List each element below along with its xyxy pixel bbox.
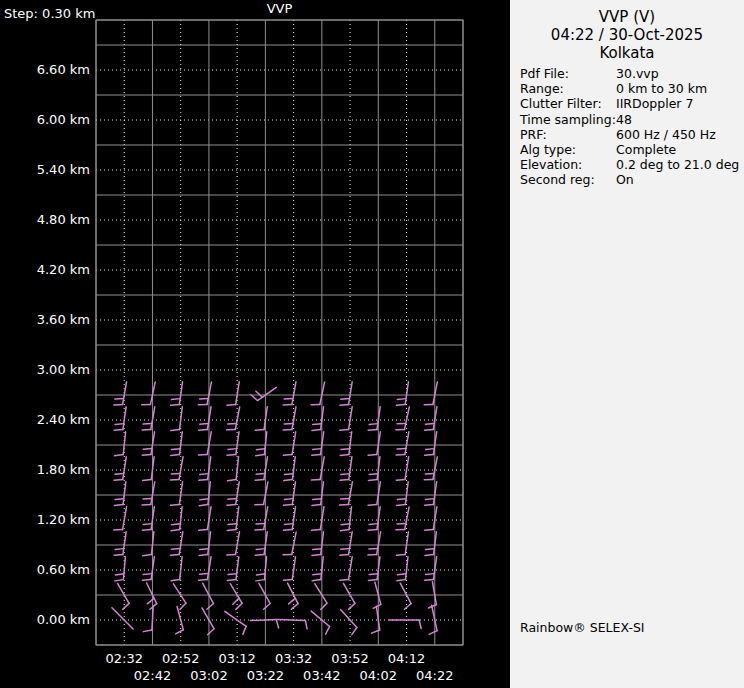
height-axis-label: 2.40 km <box>0 412 90 428</box>
time-axis-label: 03:42 <box>294 668 350 683</box>
field-label: Time sampling: <box>520 112 616 127</box>
wind-barb <box>170 455 183 481</box>
wind-barb <box>250 620 278 629</box>
wind-barb <box>171 556 182 582</box>
plot-frame <box>96 20 463 645</box>
wind-barb <box>283 530 296 556</box>
wind-barb <box>396 505 409 531</box>
time-axis-label: 03:22 <box>237 668 293 683</box>
plot-canvas <box>0 0 510 688</box>
panel-location: Kolkata <box>510 44 744 62</box>
field-row: Elevation: 0.2 deg to 21.0 deg <box>520 157 740 172</box>
height-axis-label: 1.80 km <box>0 462 90 478</box>
field-row: PRF: 600 Hz / 450 Hz <box>520 127 740 142</box>
wind-barb <box>393 583 412 609</box>
wind-barb <box>227 506 238 532</box>
time-axis-label: 03:02 <box>181 668 237 683</box>
info-panel: VVP (V) 04:22 / 30-Oct-2025 Kolkata Pdf … <box>510 0 744 688</box>
height-axis-label: 6.00 km <box>0 112 90 128</box>
panel-datetime: 04:22 / 30-Oct-2025 <box>510 26 744 44</box>
wind-barb <box>283 405 296 431</box>
field-value: 48 <box>616 112 632 127</box>
field-label: Elevation: <box>520 157 582 172</box>
wind-barb <box>280 583 299 609</box>
panel-title: VVP (V) <box>510 8 744 26</box>
field-label: Alg type: <box>520 142 576 157</box>
height-axis-label: 0.00 km <box>0 612 90 628</box>
wind-barb <box>340 555 352 581</box>
wind-barb <box>227 556 238 582</box>
wind-barb <box>110 583 130 609</box>
wind-barb <box>389 620 421 629</box>
field-label: Second reg: <box>520 172 595 187</box>
wind-barb <box>340 506 351 532</box>
parameter-list: Pdf File: 30.vvp Range: 0 km to 30 km Cl… <box>520 66 740 188</box>
time-axis-label: 04:02 <box>350 668 406 683</box>
wind-barb <box>340 456 352 482</box>
time-axis-label: 03:52 <box>322 651 378 666</box>
field-row: Range: 0 km to 30 km <box>520 81 740 96</box>
height-axis-label: 5.40 km <box>0 162 90 178</box>
wind-barb <box>284 506 296 532</box>
wind-barb <box>112 608 133 629</box>
wind-barb <box>336 583 356 609</box>
wind-barb <box>311 380 325 406</box>
wind-profile-plot: Step: 0.30 km VVP 6.60 km6.00 km5.40 km4… <box>0 0 510 688</box>
height-axis-label: 3.00 km <box>0 362 90 378</box>
wind-barb <box>334 610 358 635</box>
wind-barb <box>227 456 238 482</box>
time-axis-label: 03:32 <box>266 651 322 666</box>
field-value: On <box>616 172 634 187</box>
height-axis-label: 0.60 km <box>0 562 90 578</box>
field-label: PRF: <box>520 127 547 142</box>
height-axis-label: 4.80 km <box>0 212 90 228</box>
field-value: IIRDoppler 7 <box>616 96 693 111</box>
field-label: Clutter Filter: <box>520 96 602 111</box>
wind-barb <box>223 584 243 610</box>
wind-barb <box>423 605 437 634</box>
height-axis-label: 3.60 km <box>0 312 90 328</box>
wind-barb <box>424 380 437 406</box>
time-axis-label: 02:52 <box>153 651 209 666</box>
time-axis-label: 04:22 <box>407 668 463 683</box>
height-axis-label: 4.20 km <box>0 262 90 278</box>
field-value: 0.2 deg to 21.0 deg <box>616 157 739 172</box>
time-axis-label: 03:12 <box>209 651 265 666</box>
height-axis-label: 6.60 km <box>0 62 90 78</box>
field-label: Pdf File: <box>520 66 569 81</box>
wind-barb <box>142 380 156 406</box>
time-axis-label: 02:32 <box>96 651 152 666</box>
wind-barb <box>227 405 240 431</box>
field-row: Alg type: Complete <box>520 142 740 157</box>
field-value: 30.vvp <box>616 66 659 81</box>
field-label: Range: <box>520 81 564 96</box>
wind-barb <box>220 611 248 634</box>
wind-barb <box>284 456 295 482</box>
wind-barb <box>115 556 126 582</box>
wind-barb <box>198 380 211 406</box>
wind-barb <box>195 583 214 609</box>
field-row: Pdf File: 30.vvp <box>520 66 740 81</box>
panel-header: VVP (V) 04:22 / 30-Oct-2025 Kolkata <box>510 8 744 62</box>
wind-barb <box>284 556 296 582</box>
wind-barb <box>143 606 153 632</box>
wind-barb <box>251 380 276 401</box>
wind-barb <box>306 611 331 634</box>
wind-barb <box>277 619 307 629</box>
wind-barb <box>424 455 437 481</box>
wind-barb <box>114 505 127 531</box>
wind-barb <box>308 584 328 610</box>
wind-barb <box>251 583 271 609</box>
field-value: 0 km to 30 km <box>616 81 707 96</box>
wind-barb <box>171 506 182 532</box>
field-value: 600 Hz / 450 Hz <box>616 127 716 142</box>
brand-footer: Rainbow® SELEX-SI <box>520 620 645 635</box>
wind-barb <box>255 480 268 506</box>
field-row: Clutter Filter: IIRDoppler 7 <box>520 96 740 111</box>
wind-barb <box>166 584 187 610</box>
height-axis-label: 1.20 km <box>0 512 90 528</box>
wind-barb <box>171 406 182 432</box>
time-axis-label: 02:42 <box>124 668 180 683</box>
field-row: Second reg: On <box>520 172 740 187</box>
wind-barb <box>139 583 158 609</box>
